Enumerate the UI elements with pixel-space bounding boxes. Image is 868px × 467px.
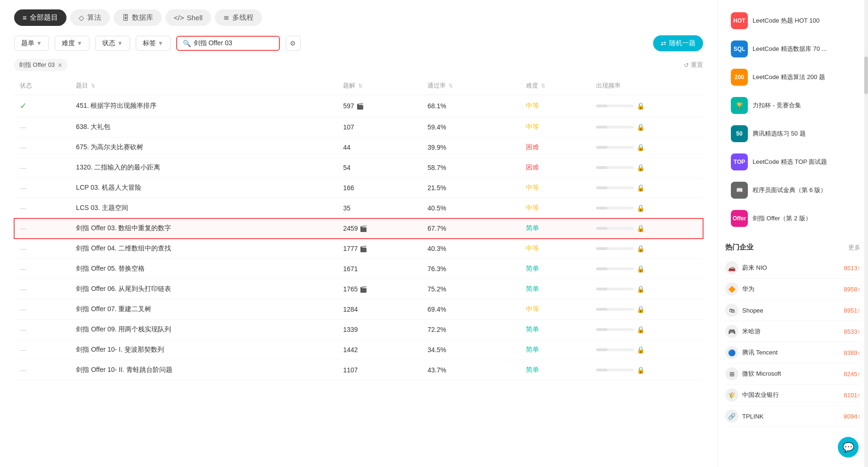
status-dash-icon: — bbox=[20, 326, 26, 333]
passrate-value: 72.2% bbox=[427, 326, 446, 333]
table-row[interactable]: — 剑指 Offer 07. 重建二叉树 1284 69.4% 中等 🔒 bbox=[14, 299, 703, 320]
col-difficulty[interactable]: 难度 ⇅ bbox=[520, 77, 590, 95]
frequency-bar: 🔒 bbox=[596, 144, 697, 151]
settings-button[interactable]: ⚙ bbox=[286, 36, 301, 51]
table-row[interactable]: — LCS 03. 主题空间 35 40.5% 中等 🔒 bbox=[14, 198, 703, 218]
problem-title: 638. 大礼包 bbox=[76, 123, 110, 130]
random-button[interactable]: ⇄ 随机一题 bbox=[653, 35, 703, 51]
frequency-cell: 🔒 bbox=[590, 95, 703, 117]
topic-filter[interactable]: 题单 ▼ bbox=[14, 36, 49, 51]
collection-item[interactable]: Offer 剑指 Offer（第 2 版） bbox=[725, 205, 860, 232]
collection-item[interactable]: 50 腾讯精选练习 50 题 bbox=[725, 121, 860, 147]
table-row[interactable]: — 675. 为高尔夫比赛砍树 44 39.9% 困难 🔒 bbox=[14, 137, 703, 158]
status-label: 状态 bbox=[102, 39, 115, 48]
company-item[interactable]: 🎮 米哈游 8533↑ bbox=[725, 321, 860, 342]
title-cell[interactable]: 451. 根据字符出现频率排序 bbox=[70, 95, 337, 117]
frequency-cell: 🔒 bbox=[590, 259, 703, 279]
title-cell[interactable]: 剑指 Offer 05. 替换空格 bbox=[70, 259, 337, 279]
title-cell[interactable]: 剑指 Offer 07. 重建二叉树 bbox=[70, 299, 337, 320]
collection-item[interactable]: 🏆 力扣杯 - 竞赛合集 bbox=[725, 92, 860, 119]
company-item[interactable]: 🔶 华为 8958↑ bbox=[725, 279, 860, 300]
difficulty-cell: 中等 bbox=[520, 117, 590, 137]
scrollbar[interactable] bbox=[864, 0, 868, 467]
frequency-cell: 🔒 bbox=[590, 340, 703, 360]
company-item[interactable]: ⊞ 微软 Microsoft 8245↑ bbox=[725, 363, 860, 385]
difficulty-cell: 中等 bbox=[520, 95, 590, 117]
tab-shell[interactable]: </> Shell bbox=[165, 9, 211, 26]
frequency-bar: 🔒 bbox=[596, 164, 697, 171]
title-cell[interactable]: 638. 大礼包 bbox=[70, 117, 337, 137]
companies-title: 热门企业 bbox=[725, 243, 753, 252]
frequency-cell: 🔒 bbox=[590, 137, 703, 158]
table-row[interactable]: — 剑指 Offer 05. 替换空格 1671 76.3% 简单 🔒 bbox=[14, 259, 703, 279]
collection-item[interactable]: 📖 程序员面试金典（第 6 版） bbox=[725, 177, 860, 203]
tab-db[interactable]: 🗄 数据库 bbox=[114, 9, 162, 26]
table-row[interactable]: — 剑指 Offer 03. 数组中重复的数字 2459 🎬 67.7% 简单 … bbox=[14, 218, 703, 239]
table-row[interactable]: — 1320. 二指输入的的最小距离 54 58.7% 困难 🔒 bbox=[14, 158, 703, 178]
difficulty-cell: 中等 bbox=[520, 198, 590, 218]
company-count: 8951↑ bbox=[844, 307, 860, 314]
tab-all[interactable]: ≡ 全部题目 bbox=[14, 9, 66, 26]
frequency-cell: 🔒 bbox=[590, 158, 703, 178]
table-row[interactable]: ✓ 451. 根据字符出现频率排序 597 🎬 68.1% 中等 🔒 bbox=[14, 95, 703, 117]
status-filter[interactable]: 状态 ▼ bbox=[95, 36, 130, 51]
video-icon: 🎬 bbox=[360, 245, 367, 252]
passrate-cell: 39.9% bbox=[422, 137, 520, 158]
status-arrow-icon: ▼ bbox=[117, 40, 123, 47]
problem-title: 剑指 Offer 07. 重建二叉树 bbox=[76, 305, 151, 313]
table-row[interactable]: — 638. 大礼包 107 59.4% 中等 🔒 bbox=[14, 117, 703, 137]
difficulty-filter[interactable]: 难度 ▼ bbox=[55, 36, 90, 51]
title-cell[interactable]: LCP 03. 机器人大冒险 bbox=[70, 178, 337, 198]
passrate-value: 34.5% bbox=[427, 346, 446, 354]
col-title[interactable]: 题目 ⇅ bbox=[70, 77, 337, 95]
difficulty-label: 中等 bbox=[526, 204, 539, 211]
tab-algo[interactable]: ◇ 算法 bbox=[70, 9, 110, 26]
title-cell[interactable]: 1320. 二指输入的的最小距离 bbox=[70, 158, 337, 178]
more-link[interactable]: 更多 bbox=[848, 243, 860, 252]
col-solutions[interactable]: 题解 ⇅ bbox=[337, 77, 422, 95]
frequency-bar-inner bbox=[596, 126, 634, 129]
title-cell[interactable]: 675. 为高尔夫比赛砍树 bbox=[70, 137, 337, 158]
table-row[interactable]: — 剑指 Offer 09. 用两个栈实现队列 1339 72.2% 简单 🔒 bbox=[14, 320, 703, 340]
title-cell[interactable]: 剑指 Offer 10- I. 斐波那契数列 bbox=[70, 340, 337, 360]
difficulty-cell: 简单 bbox=[520, 259, 590, 279]
scrollbar-thumb[interactable] bbox=[864, 56, 868, 94]
collection-item[interactable]: HOT LeetCode 热题 HOT 100 bbox=[725, 8, 860, 34]
frequency-cell: 🔒 bbox=[590, 198, 703, 218]
solutions-number: 1339 bbox=[343, 326, 358, 333]
title-cell[interactable]: 剑指 Offer 03. 数组中重复的数字 bbox=[70, 218, 337, 239]
company-name: 微软 Microsoft bbox=[742, 370, 840, 378]
tags-filter[interactable]: 标签 ▼ bbox=[136, 36, 171, 51]
company-item[interactable]: 🚗 蔚来 NIO 9513↑ bbox=[725, 258, 860, 279]
title-cell[interactable]: LCS 03. 主题空间 bbox=[70, 198, 337, 218]
reset-button[interactable]: ↺ 重置 bbox=[684, 61, 703, 69]
solutions-cell: 35 bbox=[337, 198, 422, 218]
tab-all-label: 全部题目 bbox=[30, 13, 58, 22]
title-cell[interactable]: 剑指 Offer 10- II. 青蛙跳台阶问题 bbox=[70, 360, 337, 380]
col-passrate[interactable]: 通过率 ⇅ bbox=[422, 77, 520, 95]
status-cell: — bbox=[14, 279, 70, 299]
collection-item[interactable]: TOP LeetCode 精选 TOP 面试题 bbox=[725, 149, 860, 175]
company-item[interactable]: 🔵 腾讯 Tencent 8389↑ bbox=[725, 342, 860, 363]
company-item[interactable]: 🌾 中国农业银行 8101↑ bbox=[725, 385, 860, 406]
table-row[interactable]: — 剑指 Offer 10- I. 斐波那契数列 1442 34.5% 简单 🔒 bbox=[14, 340, 703, 360]
video-icon: 🎬 bbox=[360, 286, 367, 293]
table-row[interactable]: — 剑指 Offer 04. 二维数组中的查找 1777 🎬 40.3% 中等 … bbox=[14, 239, 703, 259]
company-item[interactable]: 🛍 Shopee 8951↑ bbox=[725, 300, 860, 321]
company-item[interactable]: 🔗 TPLINK 8094↑ bbox=[725, 406, 860, 427]
difficulty-label: 中等 bbox=[526, 244, 539, 252]
remove-filter-icon[interactable]: ✕ bbox=[57, 62, 63, 69]
solutions-count: 2459 🎬 bbox=[343, 225, 416, 232]
title-cell[interactable]: 剑指 Offer 06. 从尾到头打印链表 bbox=[70, 279, 337, 299]
tab-multi[interactable]: ≋ 多线程 bbox=[215, 9, 262, 26]
search-input[interactable] bbox=[194, 40, 269, 47]
collection-item[interactable]: 200 LeetCode 精选算法 200 题 bbox=[725, 64, 860, 90]
chat-button[interactable]: 💬 bbox=[838, 437, 859, 458]
title-cell[interactable]: 剑指 Offer 09. 用两个栈实现队列 bbox=[70, 320, 337, 340]
table-row[interactable]: — LCP 03. 机器人大冒险 166 21.5% 中等 🔒 bbox=[14, 178, 703, 198]
table-row[interactable]: — 剑指 Offer 06. 从尾到头打印链表 1765 🎬 75.2% 简单 … bbox=[14, 279, 703, 299]
title-cell[interactable]: 剑指 Offer 04. 二维数组中的查找 bbox=[70, 239, 337, 259]
table-row[interactable]: — 剑指 Offer 10- II. 青蛙跳台阶问题 1107 43.7% 简单… bbox=[14, 360, 703, 380]
collection-item[interactable]: SQL LeetCode 精选数据库 70 ... bbox=[725, 36, 860, 62]
frequency-bar-fill bbox=[596, 126, 607, 129]
